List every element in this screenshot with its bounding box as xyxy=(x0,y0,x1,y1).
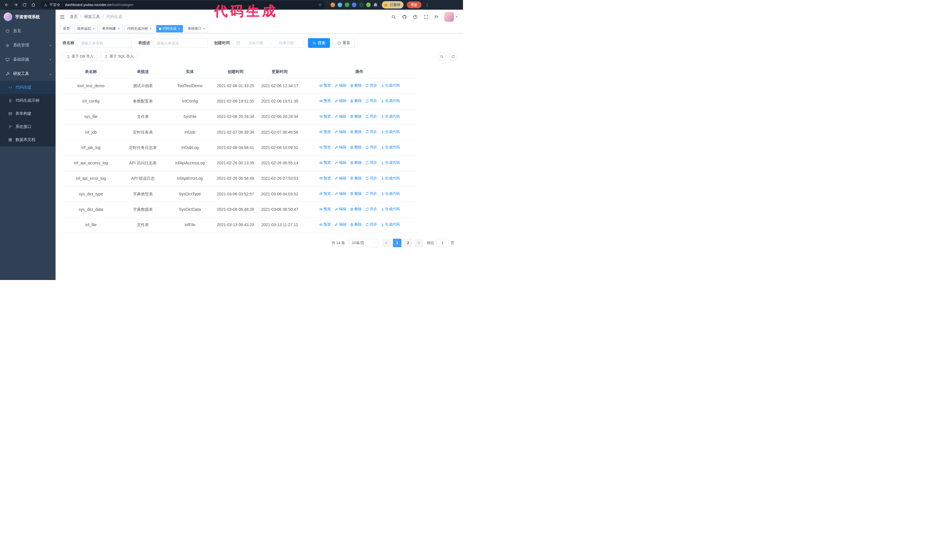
address-bar[interactable]: ⚠ 不安全 dashboard.yudao.iocoder.cn/tool/co… xyxy=(41,1,325,9)
browser-back-button[interactable] xyxy=(3,1,11,9)
preview-link[interactable]: 预览 xyxy=(319,83,331,88)
extension-icon[interactable] xyxy=(366,3,371,7)
delete-link[interactable]: 删除 xyxy=(350,145,362,150)
generate-link[interactable]: 生成代码 xyxy=(381,175,400,181)
preview-link[interactable]: 预览 xyxy=(319,175,331,181)
preview-link[interactable]: 预览 xyxy=(319,145,331,150)
preview-link[interactable]: 预览 xyxy=(319,206,331,212)
search-button[interactable]: 搜索 xyxy=(308,38,330,48)
sidebar-subitem-system-api[interactable]: 系统接口 xyxy=(0,120,56,133)
generate-link[interactable]: 生成代码 xyxy=(381,206,400,212)
github-icon[interactable] xyxy=(402,15,407,20)
preview-link[interactable]: 预览 xyxy=(319,98,331,104)
extension-icon[interactable] xyxy=(337,3,342,7)
sync-link[interactable]: 同步 xyxy=(365,191,377,196)
edit-link[interactable]: 编辑 xyxy=(334,98,346,104)
app-logo[interactable]: 芋道管理系统 xyxy=(0,10,56,24)
extensions-puzzle-icon[interactable] xyxy=(373,3,378,7)
sidebar-subitem-db-doc[interactable]: 数据库文档 xyxy=(0,133,56,146)
edit-link[interactable]: 编辑 xyxy=(334,83,346,88)
generate-link[interactable]: 生成代码 xyxy=(381,160,400,166)
search-icon[interactable] xyxy=(391,15,396,20)
close-icon[interactable]: × xyxy=(203,27,205,30)
delete-link[interactable]: 删除 xyxy=(350,114,362,119)
sync-link[interactable]: 同步 xyxy=(365,114,377,119)
sidebar-item-devtools[interactable]: 研发工具▴ xyxy=(0,66,56,81)
page-button-2[interactable]: 2 xyxy=(404,239,412,247)
generate-link[interactable]: 生成代码 xyxy=(381,83,400,88)
delete-link[interactable]: 删除 xyxy=(350,222,362,227)
preview-link[interactable]: 预览 xyxy=(319,160,331,166)
preview-link[interactable]: 预览 xyxy=(319,129,331,135)
preview-link[interactable]: 预览 xyxy=(319,191,331,196)
sync-link[interactable]: 同步 xyxy=(365,98,377,104)
browser-menu-icon[interactable]: ⋮ xyxy=(424,2,431,8)
toggle-search-button[interactable] xyxy=(437,52,446,61)
security-label[interactable]: 不安全 xyxy=(50,3,61,8)
fullscreen-icon[interactable] xyxy=(424,15,428,20)
tab-codegen-example[interactable]: 代码生成示例× xyxy=(124,25,154,32)
edit-link[interactable]: 编辑 xyxy=(334,114,346,119)
bookmark-star-icon[interactable]: ☆ xyxy=(318,2,322,8)
close-icon[interactable]: × xyxy=(178,27,180,30)
sidebar-item-home[interactable]: 首页 xyxy=(0,24,56,38)
extension-icon[interactable] xyxy=(330,3,335,7)
reset-button[interactable]: 重置 xyxy=(333,38,355,48)
edit-link[interactable]: 编辑 xyxy=(334,222,346,227)
edit-link[interactable]: 编辑 xyxy=(334,145,346,150)
sidebar-subitem-codegen[interactable]: 代码生成 xyxy=(0,81,56,94)
preview-link[interactable]: 预览 xyxy=(319,114,331,119)
sync-link[interactable]: 同步 xyxy=(365,160,377,166)
tab-system-api[interactable]: 系统接口× xyxy=(185,25,208,32)
sync-link[interactable]: 同步 xyxy=(365,83,377,88)
close-icon[interactable]: × xyxy=(149,27,151,30)
delete-link[interactable]: 删除 xyxy=(350,129,362,135)
delete-link[interactable]: 删除 xyxy=(350,98,362,104)
edit-link[interactable]: 编辑 xyxy=(334,160,346,166)
tab-form-builder[interactable]: 表单构建× xyxy=(100,25,123,32)
delete-link[interactable]: 删除 xyxy=(350,160,362,166)
browser-forward-button[interactable] xyxy=(12,1,20,9)
import-sql-button[interactable]: 基于 SQL 导入 xyxy=(100,52,138,61)
sidebar-subitem-codegen-example[interactable]: 代码生成示例 xyxy=(0,94,56,107)
sync-link[interactable]: 同步 xyxy=(365,145,377,150)
extension-icon[interactable] xyxy=(345,3,349,7)
delete-link[interactable]: 删除 xyxy=(350,191,362,196)
browser-reload-button[interactable] xyxy=(21,1,28,9)
page-size-select[interactable]: 10条/页 xyxy=(349,239,378,247)
help-icon[interactable] xyxy=(413,15,418,20)
breadcrumb-item[interactable]: 研发工具 xyxy=(84,14,100,20)
edit-link[interactable]: 编辑 xyxy=(334,129,346,135)
edit-link[interactable]: 编辑 xyxy=(334,191,346,196)
sync-link[interactable]: 同步 xyxy=(365,222,377,227)
edit-link[interactable]: 编辑 xyxy=(334,206,346,212)
user-menu[interactable]: ▾ xyxy=(444,12,457,22)
tab-home[interactable]: 首页 xyxy=(60,25,73,32)
date-range-picker[interactable]: 开始日期 - 结束日期 xyxy=(233,38,303,48)
breadcrumb-item[interactable]: 首页 xyxy=(70,14,78,20)
profile-sync-chip[interactable]: ☺ 已暂停 xyxy=(382,1,404,9)
sync-link[interactable]: 同步 xyxy=(365,175,377,181)
preview-link[interactable]: 预览 xyxy=(319,222,331,227)
sync-link[interactable]: 同步 xyxy=(365,206,377,212)
prev-page-button[interactable] xyxy=(382,239,390,247)
sidebar-item-system[interactable]: 系统管理▾ xyxy=(0,38,56,53)
goto-page-input[interactable] xyxy=(436,239,449,247)
page-button-1[interactable]: 1 xyxy=(393,239,401,247)
update-button[interactable]: 更新 xyxy=(407,2,421,8)
close-icon[interactable]: × xyxy=(92,27,95,30)
generate-link[interactable]: 生成代码 xyxy=(381,114,400,119)
delete-link[interactable]: 删除 xyxy=(350,206,362,212)
table-name-input[interactable] xyxy=(77,38,132,48)
refresh-table-button[interactable] xyxy=(449,52,457,61)
sidebar-subitem-form-builder[interactable]: 表单构建 xyxy=(0,107,56,120)
delete-link[interactable]: 删除 xyxy=(350,175,362,181)
next-page-button[interactable] xyxy=(415,239,423,247)
delete-link[interactable]: 删除 xyxy=(350,83,362,88)
extension-icon[interactable] xyxy=(359,3,363,7)
browser-home-button[interactable] xyxy=(29,1,37,9)
import-db-button[interactable]: 基于 DB 导入 xyxy=(62,52,97,61)
generate-link[interactable]: 生成代码 xyxy=(381,222,400,227)
generate-link[interactable]: 生成代码 xyxy=(381,191,400,196)
sidebar-item-infra[interactable]: 基础设施▾ xyxy=(0,53,56,66)
